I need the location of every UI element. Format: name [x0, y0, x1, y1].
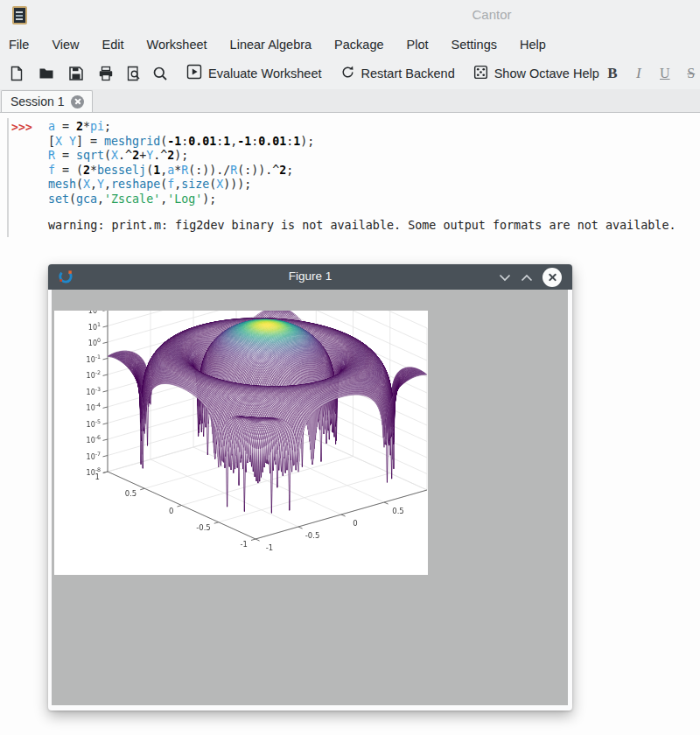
code-token: * [83, 120, 90, 133]
tab-label: Session 1 [10, 94, 64, 108]
print-preview-icon [125, 65, 143, 82]
code-token: = [55, 149, 76, 162]
print-button[interactable] [93, 61, 119, 86]
code-token: sqrt [76, 149, 104, 162]
application-window: Cantor File View Edit Worksheet Linear A… [0, 0, 700, 735]
restart-backend-button[interactable]: Restart Backend [340, 64, 455, 84]
restart-backend-label: Restart Backend [361, 66, 455, 80]
code-token: ))); [223, 178, 251, 191]
code-token: ( [69, 192, 76, 206]
code-line: [X Y] = meshgrid(-1:0.01:1,-1:0.01:1); [48, 135, 314, 150]
code-line: a = 2*pi; [48, 120, 314, 135]
code-token: meshgrid [104, 135, 160, 148]
code-token: + [139, 149, 146, 162]
printer-icon [97, 65, 115, 82]
figure-window[interactable]: Figure 1 [48, 264, 572, 710]
code-token: , [104, 178, 111, 191]
search-icon [151, 65, 169, 82]
warning-output: warning: print.m: fig2dev binary is not … [48, 219, 676, 232]
code-token: Y [97, 178, 104, 191]
code-token [62, 135, 69, 148]
code-token: gca [76, 192, 97, 206]
code-token: R [48, 149, 55, 162]
code-token: , [160, 192, 167, 206]
code-token: ( [104, 149, 111, 162]
menu-linear-algebra[interactable]: Linear Algebra [219, 33, 324, 56]
code-token: * [174, 164, 181, 177]
menu-file[interactable]: File [0, 33, 40, 56]
code-token: a [167, 164, 174, 177]
code-token: 'Zscale' [104, 192, 160, 206]
code-token: : [181, 135, 188, 148]
mesh-plot [54, 311, 428, 575]
code-token: Y [146, 149, 153, 162]
code-token: f [48, 164, 55, 177]
code-token: [ [48, 135, 55, 148]
restart-icon [340, 64, 356, 84]
menu-view[interactable]: View [40, 33, 90, 56]
code-token: ( [160, 135, 167, 148]
code-token: -1 [237, 135, 251, 148]
figure-close-icon[interactable] [542, 268, 562, 287]
bold-button[interactable]: B [599, 62, 626, 85]
menu-settings[interactable]: Settings [440, 33, 508, 56]
tab-close-icon[interactable] [71, 95, 84, 108]
code-token: ; [104, 120, 111, 133]
code-token: reshape [111, 178, 160, 191]
code-token: = [55, 120, 76, 133]
window-titlebar[interactable]: Cantor [0, 0, 700, 31]
code-token: , [174, 178, 181, 191]
code-token: , [90, 178, 97, 191]
code-token: 0.01 [258, 135, 286, 148]
figure-titlebar[interactable]: Figure 1 [48, 264, 572, 290]
unshade-chevron-up-icon[interactable] [521, 270, 533, 285]
menu-edit[interactable]: Edit [91, 33, 136, 56]
strikethrough-button[interactable]: S [678, 62, 700, 85]
code-token: ); [202, 192, 216, 206]
print-preview-button[interactable] [121, 61, 147, 86]
menu-help[interactable]: Help [508, 33, 557, 56]
tab-session-1[interactable]: Session 1 [1, 90, 93, 112]
new-worksheet-button[interactable] [4, 61, 30, 86]
octave-help-icon [472, 64, 489, 84]
code-token: 2 [132, 149, 139, 162]
open-folder-icon [38, 65, 55, 82]
figure-title: Figure 1 [48, 270, 572, 283]
code-editor[interactable]: a = 2*pi;[X Y] = meshgrid(-1:0.01:1,-1:0… [48, 120, 314, 207]
shade-chevron-down-icon[interactable] [499, 270, 511, 285]
open-button[interactable] [33, 61, 60, 86]
code-token: f [167, 178, 174, 191]
menu-package[interactable]: Package [323, 33, 395, 56]
search-button[interactable] [147, 61, 173, 86]
code-token: mesh [48, 178, 76, 191]
tab-bar: Session 1 [0, 89, 700, 113]
evaluate-worksheet-button[interactable]: Evaluate Worksheet [186, 63, 322, 84]
window-title: Cantor [448, 7, 536, 22]
evaluate-icon [186, 63, 203, 84]
save-button[interactable] [63, 61, 89, 86]
code-token: ); [300, 135, 314, 148]
code-line: R = sqrt(X.^2+Y.^2); [48, 149, 314, 164]
underline-button[interactable]: U [652, 62, 678, 85]
show-octave-help-button[interactable]: Show Octave Help [472, 64, 599, 84]
code-token: ( [146, 164, 153, 177]
code-token: * [90, 164, 97, 177]
worksheet-area[interactable]: >>> a = 2*pi;[X Y] = meshgrid(-1:0.01:1,… [0, 113, 700, 735]
code-token: ] = [76, 135, 104, 148]
code-token: 2 [76, 120, 83, 133]
code-token: 'Log' [167, 192, 202, 206]
code-token: ( [76, 178, 83, 191]
code-line: set(gca,'Zscale','Log'); [48, 192, 314, 207]
code-token: (:)).^ [237, 164, 279, 177]
menu-plot[interactable]: Plot [396, 33, 440, 56]
menu-worksheet[interactable]: Worksheet [136, 33, 219, 56]
code-token: a [48, 120, 55, 133]
code-token: size [181, 178, 209, 191]
code-token: Y [69, 135, 76, 148]
italic-button[interactable]: I [626, 62, 652, 85]
figure-window-controls [499, 264, 562, 290]
code-token: X [111, 149, 118, 162]
code-token: besselj [97, 164, 146, 177]
menubar: File View Edit Worksheet Linear Algebra … [0, 31, 700, 58]
code-token: X [83, 178, 90, 191]
